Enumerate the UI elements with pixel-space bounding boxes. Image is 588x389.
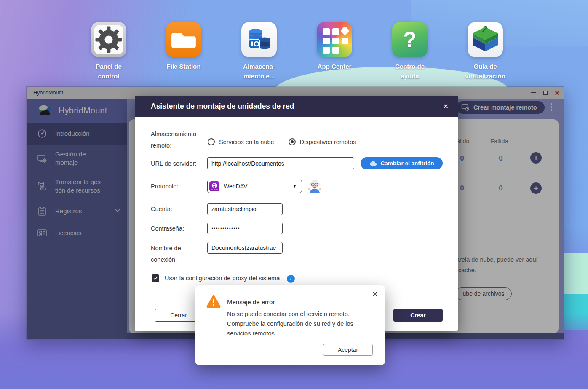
desktop-icon-label: Guía devirtualización: [460, 62, 510, 81]
confused-professor-icon[interactable]: [307, 178, 323, 194]
radio-remote-devices[interactable]: [289, 138, 296, 145]
protocol-label: Protocolo:: [151, 181, 178, 192]
desktop-icon-label: File Station: [158, 62, 209, 71]
cloud-icon: [369, 161, 377, 166]
question-mark-icon: ?: [392, 22, 428, 57]
desktop-icon-label: Almacena-miento e...: [234, 62, 284, 81]
error-dialog: ✕ Mensaje de error No se puede conectar …: [195, 285, 385, 365]
change-host-button[interactable]: Cambiar el anfitrión: [361, 157, 443, 169]
radio-remote-label: Dispositivos remotos: [300, 139, 356, 145]
warning-icon: [206, 295, 221, 310]
account-input[interactable]: [207, 203, 283, 215]
account-label: Cuenta:: [151, 204, 172, 215]
wizard-create-button[interactable]: Crear: [393, 309, 443, 322]
error-dialog-title: Mensaje de error: [227, 298, 275, 306]
connection-name-label: Nombre deconexión:: [151, 243, 181, 266]
proxy-checkbox-row: Usar la configuración de proxy del siste…: [152, 274, 280, 282]
password-input[interactable]: [207, 223, 283, 234]
desktop-icon-virtualization-guide[interactable]: ? Guía devirtualización: [460, 22, 510, 81]
dropdown-caret-icon: ▼: [293, 184, 297, 188]
desktop-icon-label: Panel decontrol: [83, 62, 134, 81]
desktop-icon-file-station[interactable]: File Station: [158, 22, 209, 71]
proxy-checkbox[interactable]: [152, 274, 159, 282]
connection-name-input[interactable]: [207, 242, 283, 254]
radio-cloud-services[interactable]: [208, 138, 215, 145]
webdav-icon: WebDAV: [209, 181, 219, 191]
storage-disks-icon: [241, 22, 277, 57]
server-url-label: URL de servidor:: [151, 158, 196, 169]
storage-label: Almacenamientoremoto:: [151, 129, 196, 151]
folder-icon: [166, 22, 201, 57]
control-panel-icon: [91, 22, 126, 57]
radio-cloud-label: Servicios en la nube: [219, 139, 274, 145]
desktop-icon-help-center[interactable]: ? Centro deayuda: [385, 22, 435, 81]
wizard-close-icon[interactable]: ✕: [443, 102, 449, 110]
desktop-icon-control-panel[interactable]: Panel decontrol: [83, 22, 134, 81]
wizard-title: Asistente de montaje de unidades de red: [151, 102, 294, 111]
desktop-icon-label: App Center: [309, 62, 360, 71]
info-icon[interactable]: i: [287, 275, 295, 283]
wizard-header: Asistente de montaje de unidades de red …: [135, 96, 458, 117]
desktop: Panel decontrol File Station: [0, 0, 588, 389]
error-close-icon[interactable]: ✕: [372, 290, 378, 298]
desktop-icon-storage[interactable]: Almacena-miento e...: [234, 22, 284, 81]
proxy-checkbox-label: Usar la configuración de proxy del siste…: [165, 275, 280, 282]
desktop-icon-app-center[interactable]: App Center: [309, 22, 360, 71]
storage-type-radio-group: Servicios en la nube Dispositivos remoto…: [208, 138, 356, 145]
cube-icon: ?: [468, 22, 503, 57]
password-label: Contraseña:: [151, 223, 184, 234]
desktop-icon-label: Centro deayuda: [385, 62, 435, 81]
app-grid-icon: [317, 22, 352, 57]
error-accept-button[interactable]: Aceptar: [323, 344, 373, 356]
protocol-select[interactable]: WebDAV WebDAV ▼: [207, 180, 302, 193]
server-url-input[interactable]: [207, 157, 354, 169]
error-message: No se puede conectar con el servicio rem…: [227, 309, 375, 338]
